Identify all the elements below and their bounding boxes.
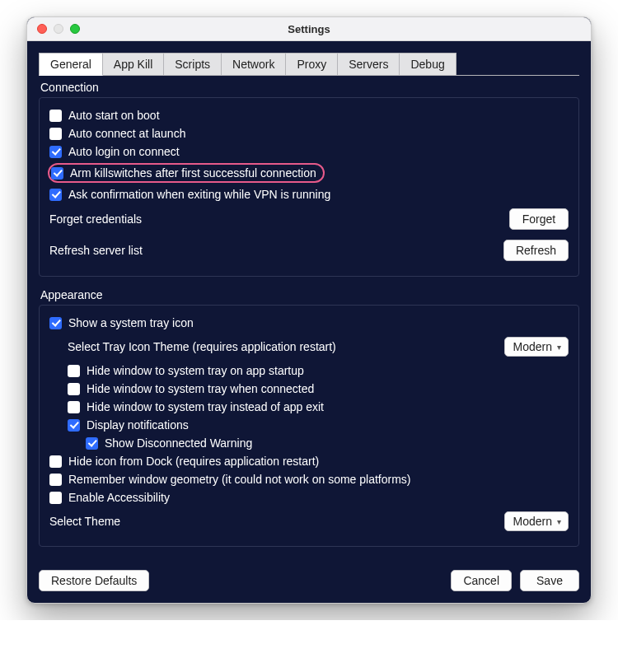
auto-connect-label: Auto connect at launch xyxy=(68,127,185,140)
hide-connected-label: Hide window to system tray when connecte… xyxy=(87,382,314,395)
tab-network[interactable]: Network xyxy=(221,53,286,75)
checkbox-hide-connected[interactable] xyxy=(68,383,80,395)
refresh-server-row: Refresh server list Refresh xyxy=(49,235,569,266)
cancel-button[interactable]: Cancel xyxy=(451,570,512,591)
hide-dock-row[interactable]: Hide icon from Dock (requires applicatio… xyxy=(49,452,569,470)
hide-exit-row[interactable]: Hide window to system tray instead of ap… xyxy=(49,398,569,416)
hide-connected-row[interactable]: Hide window to system tray when connecte… xyxy=(49,380,569,398)
auto-start-row[interactable]: Auto start on boot xyxy=(49,106,569,124)
titlebar: Settings xyxy=(27,17,591,41)
checkbox-hide-startup[interactable] xyxy=(68,365,80,377)
accessibility-row[interactable]: Enable Accessibility xyxy=(49,488,569,506)
section-heading-connection: Connection xyxy=(40,81,579,94)
auto-login-label: Auto login on connect xyxy=(68,145,180,158)
tab-scripts[interactable]: Scripts xyxy=(163,53,222,75)
checkbox-disconnected-warning[interactable] xyxy=(86,437,98,450)
checkbox-arm-killswitch[interactable] xyxy=(51,167,63,180)
auto-start-label: Auto start on boot xyxy=(68,109,160,122)
arm-killswitch-highlight: Arm killswitches after first successful … xyxy=(48,163,325,183)
section-heading-appearance: Appearance xyxy=(40,288,579,301)
window-title: Settings xyxy=(27,23,591,35)
connection-group: Auto start on boot Auto connect at launc… xyxy=(39,97,579,277)
tray-icon-row[interactable]: Show a system tray icon xyxy=(49,314,569,332)
notifications-label: Display notifications xyxy=(87,418,189,432)
notifications-row[interactable]: Display notifications xyxy=(49,416,569,434)
hide-dock-label: Hide icon from Dock (requires applicatio… xyxy=(68,455,319,468)
checkbox-hide-dock[interactable] xyxy=(49,455,62,468)
close-icon[interactable] xyxy=(37,24,47,34)
disconnected-warning-label: Show Disconnected Warning xyxy=(105,436,252,450)
traffic-lights xyxy=(37,24,80,34)
content-area: General App Kill Scripts Network Proxy S… xyxy=(27,41,591,603)
forget-button[interactable]: Forget xyxy=(509,208,569,230)
auto-login-row[interactable]: Auto login on connect xyxy=(49,142,569,161)
save-button[interactable]: Save xyxy=(520,570,579,591)
tab-debug[interactable]: Debug xyxy=(399,53,456,75)
checkbox-accessibility[interactable] xyxy=(49,492,62,504)
checkbox-auto-login[interactable] xyxy=(49,146,62,158)
appearance-group: Show a system tray icon Select Tray Icon… xyxy=(39,305,579,547)
forget-credentials-row: Forget credentials Forget xyxy=(49,203,569,235)
remember-geometry-label: Remember window geometry (it could not w… xyxy=(68,473,411,486)
arm-killswitch-label: Arm killswitches after first successful … xyxy=(70,166,316,180)
tray-theme-label: Select Tray Icon Theme (requires applica… xyxy=(68,340,336,353)
checkbox-hide-exit[interactable] xyxy=(68,401,80,413)
tab-app-kill[interactable]: App Kill xyxy=(102,53,164,75)
tray-theme-dropdown[interactable]: Modern ▾ xyxy=(504,337,569,357)
footer-buttons: Restore Defaults Cancel Save xyxy=(39,558,579,591)
minimize-icon[interactable] xyxy=(54,24,63,34)
tray-icon-label: Show a system tray icon xyxy=(68,316,194,329)
select-theme-dropdown[interactable]: Modern ▾ xyxy=(504,511,569,531)
tab-bar: General App Kill Scripts Network Proxy S… xyxy=(39,53,579,76)
auto-connect-row[interactable]: Auto connect at launch xyxy=(49,124,569,142)
checkbox-ask-confirm[interactable] xyxy=(49,189,62,201)
checkbox-notifications[interactable] xyxy=(68,419,80,432)
disconnected-warning-row[interactable]: Show Disconnected Warning xyxy=(49,434,569,452)
chevron-down-icon: ▾ xyxy=(557,517,561,526)
tab-servers[interactable]: Servers xyxy=(337,53,400,75)
accessibility-label: Enable Accessibility xyxy=(68,491,170,504)
tab-general[interactable]: General xyxy=(39,53,103,76)
forget-label: Forget credentials xyxy=(49,212,142,226)
select-theme-value: Modern xyxy=(513,515,552,528)
arm-killswitch-row[interactable]: Arm killswitches after first successful … xyxy=(49,161,569,185)
select-theme-row: Select Theme Modern ▾ xyxy=(49,506,569,536)
hide-exit-label: Hide window to system tray instead of ap… xyxy=(87,400,324,413)
tray-theme-row: Select Tray Icon Theme (requires applica… xyxy=(49,332,569,362)
hide-startup-row[interactable]: Hide window to system tray on app startu… xyxy=(49,362,569,380)
checkbox-remember-geometry[interactable] xyxy=(49,474,62,486)
settings-window: Settings General App Kill Scripts Networ… xyxy=(26,16,592,604)
select-theme-label: Select Theme xyxy=(49,515,120,528)
tray-theme-value: Modern xyxy=(513,340,552,353)
checkbox-tray-icon[interactable] xyxy=(49,317,62,329)
ask-confirm-row[interactable]: Ask confirmation when exiting while VPN … xyxy=(49,185,569,203)
refresh-button[interactable]: Refresh xyxy=(503,240,569,261)
tab-proxy[interactable]: Proxy xyxy=(285,53,338,75)
zoom-icon[interactable] xyxy=(70,24,80,34)
chevron-down-icon: ▾ xyxy=(557,343,561,352)
remember-geometry-row[interactable]: Remember window geometry (it could not w… xyxy=(49,470,569,488)
checkbox-auto-start[interactable] xyxy=(49,110,62,122)
hide-startup-label: Hide window to system tray on app startu… xyxy=(87,364,304,377)
restore-defaults-button[interactable]: Restore Defaults xyxy=(39,570,149,591)
ask-confirm-label: Ask confirmation when exiting while VPN … xyxy=(68,188,330,201)
checkbox-auto-connect[interactable] xyxy=(49,128,62,140)
refresh-label: Refresh server list xyxy=(49,244,143,257)
